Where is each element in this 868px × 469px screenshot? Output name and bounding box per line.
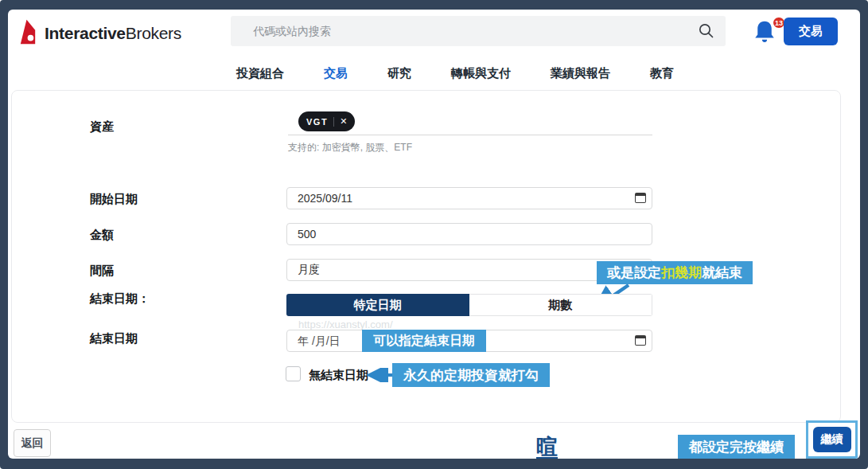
interval-label: 間隔 xyxy=(90,264,114,279)
left-arrow-icon xyxy=(366,368,395,382)
brand-mark-icon xyxy=(18,19,38,48)
continue-highlight-box: 繼續 xyxy=(806,420,858,459)
remove-asset-icon[interactable]: ✕ xyxy=(340,116,347,127)
notifications-bell[interactable]: 13 xyxy=(753,19,784,49)
end-type-toggle: 特定日期 期數 xyxy=(286,294,652,316)
callout-highlight-text: 扣幾期 xyxy=(661,264,702,282)
tag-divider xyxy=(333,117,334,127)
asset-tag-vgt[interactable]: VGT ✕ xyxy=(298,111,355,131)
search-icon[interactable] xyxy=(698,22,714,42)
no-end-date-checkbox[interactable] xyxy=(286,366,301,381)
toggle-periods[interactable]: 期數 xyxy=(469,294,653,316)
trade-button[interactable]: 交易 xyxy=(784,18,838,45)
interactive-brokers-logo[interactable]: InteractiveBrokers xyxy=(18,19,181,48)
end-date-annotation-callout: 可以指定結束日期 xyxy=(362,330,486,352)
nav-education[interactable]: 教育 xyxy=(650,66,674,81)
nav-performance[interactable]: 業績與報告 xyxy=(551,66,610,81)
callout-text: 或是設定 xyxy=(607,264,661,282)
continue-button[interactable]: 繼續 xyxy=(813,427,851,452)
periods-annotation-callout: 或是設定扣幾期就結束 xyxy=(597,261,753,284)
asset-tag-symbol: VGT xyxy=(306,117,328,127)
continue-annotation-callout: 都設定完按繼續 xyxy=(678,435,795,459)
nav-trade[interactable]: 交易 xyxy=(324,66,348,81)
browser-frame: InteractiveBrokers 13 交易 投資組合 交易 研究 xyxy=(0,0,868,469)
asset-label: 資産 xyxy=(90,119,114,135)
back-button[interactable]: 返回 xyxy=(14,429,51,457)
amount-input[interactable] xyxy=(286,223,652,245)
logo-text: InteractiveBrokers xyxy=(45,24,181,43)
search-input[interactable] xyxy=(231,25,726,37)
watermark-brand: 暄 xyxy=(536,432,558,459)
toggle-specific-date[interactable]: 特定日期 xyxy=(286,294,469,316)
amount-label: 金額 xyxy=(90,228,114,243)
start-date-label: 開始日期 xyxy=(90,192,138,207)
nav-research[interactable]: 研究 xyxy=(387,66,411,81)
global-search xyxy=(231,16,726,46)
callout-text: 就結束 xyxy=(702,264,742,282)
asset-input-underline[interactable] xyxy=(288,135,652,135)
watermark-url: https://xuanstyl.com/ xyxy=(298,319,393,330)
start-date-input[interactable] xyxy=(286,187,652,209)
ibkr-page: InteractiveBrokers 13 交易 投資組合 交易 研究 xyxy=(8,10,860,459)
nav-portfolio[interactable]: 投資組合 xyxy=(236,66,284,81)
asset-helper-text: 支持的: 加密貨幣, 股票、ETF xyxy=(288,141,412,154)
main-nav: 投資組合 交易 研究 轉帳與支付 業績與報告 教育 xyxy=(236,61,674,86)
nav-transfers[interactable]: 轉帳與支付 xyxy=(451,66,511,81)
end-type-label: 結束日期： xyxy=(90,291,150,307)
calendar-icon[interactable] xyxy=(635,193,646,203)
no-end-date-label: 無結束日期 xyxy=(309,368,368,383)
end-date-label: 結束日期 xyxy=(90,331,138,346)
calendar-icon[interactable] xyxy=(635,335,646,346)
no-end-annotation-callout: 永久的定期投資就打勾 xyxy=(392,363,550,387)
